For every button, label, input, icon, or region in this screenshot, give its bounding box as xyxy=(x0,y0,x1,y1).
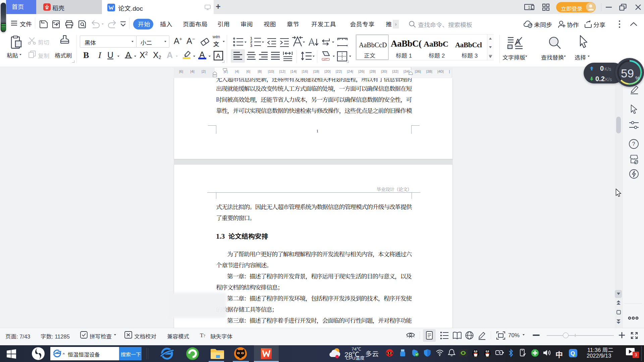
svg-text:1: 1 xyxy=(528,5,530,10)
svg-text:A: A xyxy=(216,52,220,59)
svg-text:?: ? xyxy=(632,141,635,147)
svg-text:3: 3 xyxy=(250,44,252,48)
